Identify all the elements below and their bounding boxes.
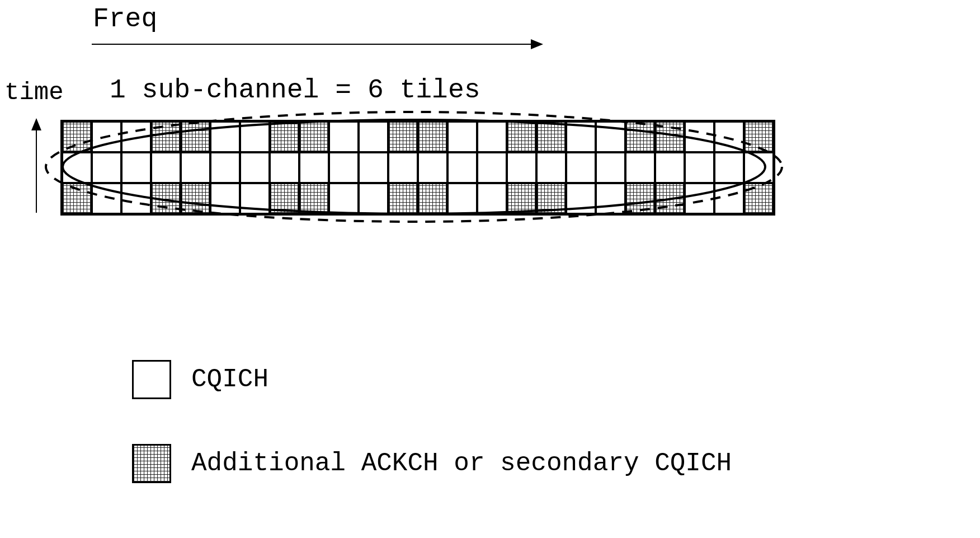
- tile-cqich: [92, 121, 121, 152]
- tile-cqich: [685, 183, 714, 214]
- tile-ackch: [388, 121, 418, 152]
- tile-ackch: [270, 121, 299, 152]
- tile-cqich: [121, 152, 151, 183]
- tile-cqich: [121, 183, 151, 214]
- tile-cqich: [566, 183, 596, 214]
- tile-cqich: [477, 152, 507, 183]
- tile-ackch: [388, 183, 418, 214]
- tile-cqich: [714, 121, 744, 152]
- tile-cqich: [329, 152, 359, 183]
- tile-cqich: [447, 183, 477, 214]
- tile-ackch: [151, 183, 181, 214]
- tile-ackch: [625, 183, 655, 214]
- tile-cqich: [240, 183, 270, 214]
- tile-cqich: [625, 152, 655, 183]
- tile-cqich: [329, 121, 359, 152]
- legend-row-cqich: CQICH: [132, 360, 732, 399]
- legend-row-ackch: Additional ACKCH or secondary CQICH: [132, 444, 732, 483]
- tile-ackch: [655, 183, 685, 214]
- tile-cqich: [92, 183, 121, 214]
- tile-cqich: [240, 152, 270, 183]
- legend-swatch-ackch: [132, 444, 171, 483]
- diagram-container: Freq time 1 sub-channel = 6 tiles CQICH …: [0, 0, 980, 538]
- tile-cqich: [210, 121, 240, 152]
- tile-ackch: [270, 183, 299, 214]
- tile-cqich: [477, 183, 507, 214]
- tile-cqich: [536, 152, 566, 183]
- tile-ackch: [536, 183, 566, 214]
- tile-ackch: [62, 183, 92, 214]
- tile-cqich: [210, 183, 240, 214]
- tile-cqich: [744, 152, 774, 183]
- tile-cqich: [685, 152, 714, 183]
- tile-ackch: [625, 121, 655, 152]
- tile-cqich: [596, 152, 625, 183]
- tile-cqich: [685, 121, 714, 152]
- tile-grid: [60, 120, 775, 216]
- tile-cqich: [270, 152, 299, 183]
- tile-cqich: [596, 121, 625, 152]
- tile-cqich: [240, 121, 270, 152]
- tile-ackch: [744, 121, 774, 152]
- tile-cqich: [714, 152, 744, 183]
- tile-cqich: [121, 121, 151, 152]
- freq-axis-arrow: [92, 44, 542, 45]
- tile-ackch: [62, 121, 92, 152]
- tile-cqich: [359, 121, 388, 152]
- legend-swatch-cqich: [132, 360, 171, 399]
- tile-cqich: [477, 121, 507, 152]
- tile-ackch: [744, 183, 774, 214]
- tile-ackch: [181, 121, 210, 152]
- tile-ackch: [418, 183, 447, 214]
- tile-cqich: [151, 152, 181, 183]
- legend: CQICH Additional ACKCH or secondary CQIC…: [132, 360, 732, 528]
- tile-cqich: [566, 121, 596, 152]
- freq-axis-label: Freq: [93, 4, 157, 34]
- tile-cqich: [62, 152, 92, 183]
- subchannel-annotation: 1 sub-channel = 6 tiles: [110, 75, 480, 105]
- legend-label-cqich: CQICH: [191, 365, 268, 394]
- tile-ackch: [536, 121, 566, 152]
- tile-cqich: [329, 183, 359, 214]
- legend-label-ackch: Additional ACKCH or secondary CQICH: [191, 449, 732, 478]
- tile-ackch: [299, 183, 329, 214]
- tile-cqich: [566, 152, 596, 183]
- tile-cqich: [359, 152, 388, 183]
- tile-cqich: [596, 183, 625, 214]
- tile-cqich: [181, 152, 210, 183]
- tile-cqich: [507, 152, 536, 183]
- tile-ackch: [151, 121, 181, 152]
- tile-ackch: [418, 121, 447, 152]
- tile-ackch: [507, 183, 536, 214]
- time-axis-label: time: [4, 78, 64, 106]
- tile-cqich: [418, 152, 447, 183]
- tile-cqich: [299, 152, 329, 183]
- tile-cqich: [447, 152, 477, 183]
- tile-cqich: [447, 121, 477, 152]
- tile-ackch: [655, 121, 685, 152]
- tile-cqich: [714, 183, 744, 214]
- tile-ackch: [507, 121, 536, 152]
- tile-ackch: [299, 121, 329, 152]
- tile-cqich: [210, 152, 240, 183]
- tile-cqich: [92, 152, 121, 183]
- tile-cqich: [388, 152, 418, 183]
- time-axis-arrow: [36, 119, 37, 213]
- tile-cqich: [359, 183, 388, 214]
- tile-cqich: [655, 152, 685, 183]
- tile-ackch: [181, 183, 210, 214]
